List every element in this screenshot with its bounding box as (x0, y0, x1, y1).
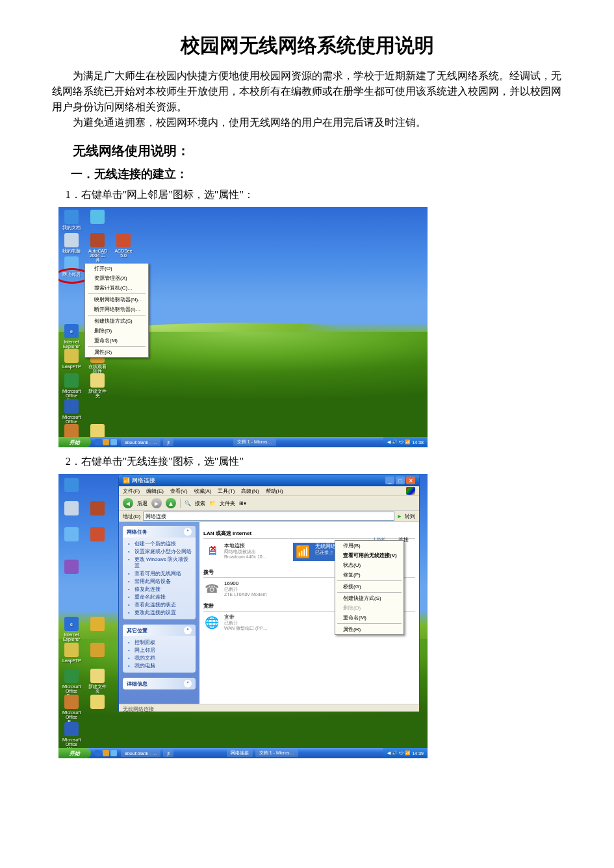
sidebar-link[interactable]: 重命名此连接 (127, 593, 192, 601)
sidebar-link[interactable]: 更改 Windows 防火墙设置 (127, 556, 192, 570)
close-button[interactable]: ✕ (406, 477, 415, 484)
sidebar-link[interactable]: 设置家庭或小型办公网络 (127, 548, 192, 556)
desktop-icon-label: 在线观看软件 (88, 364, 107, 373)
menu-tools[interactable]: 工具(T) (218, 488, 235, 495)
menu-advanced[interactable]: 高级(N) (241, 488, 259, 495)
taskbar-button[interactable]: 文档 1 - Micros… (255, 749, 298, 757)
sidebar-link[interactable]: 禁用此网络设备 (127, 578, 192, 586)
sidebar-link[interactable]: 查看此连接的状态 (127, 601, 192, 609)
desktop-icon-label: 我的电脑 (62, 249, 81, 253)
address-input[interactable] (143, 512, 394, 521)
menu-view[interactable]: 查看(V) (170, 488, 188, 495)
maximize-button[interactable]: □ (396, 477, 405, 484)
step-1-text: 1．右键单击"网上邻居"图标，选"属性"： (52, 188, 562, 202)
menu-item-delete[interactable]: 删除(D) (85, 326, 148, 336)
menu-item-properties[interactable]: 属性(R) (85, 347, 148, 357)
context-menu-wireless[interactable]: 停用(B) 查看可用的无线连接(V) 状态(U) 修复(P) 桥接(G) 创建快… (335, 540, 404, 635)
page-title: 校园网无线网络系统使用说明 (52, 32, 562, 59)
taskbar-button[interactable]: 文档 1 - Micros… (233, 438, 276, 446)
sidebar-link[interactable]: 我的文档 (127, 654, 192, 662)
section-heading: 无线网络使用说明： (52, 142, 562, 160)
sidebar-link[interactable]: 查看可用的无线网络 (127, 570, 192, 578)
sidebar-link[interactable]: 修复此连接 (127, 586, 192, 593)
menu-item-disable[interactable]: 停用(B) (335, 541, 403, 551)
desktop-icon-label: ACDSee 5.0 (114, 249, 132, 258)
up-button[interactable]: ▲ (166, 498, 176, 508)
forward-button[interactable]: ► (151, 498, 162, 508)
subsection-heading-1: 一．无线连接的建立： (52, 166, 562, 182)
sidebar: 网络任务˄ 创建一个新的连接 设置家庭或小型办公网络 更改 Windows 防火… (119, 522, 199, 704)
sidebar-link[interactable]: 控制面板 (127, 639, 192, 647)
taskbar-button[interactable]: jt (163, 438, 173, 446)
system-tray[interactable]: ◀ 🔊 🛡 📶 14:38 (383, 437, 428, 447)
chevron-up-icon[interactable]: ˄ (184, 626, 192, 634)
start-button[interactable]: 开始 (58, 748, 91, 758)
tray-clock: 14:38 (412, 440, 424, 445)
intro-paragraph-2: 为避免通道拥塞，校园网环境内，使用无线网络的用户在用完后请及时注销。 (52, 115, 562, 130)
menu-item-rename[interactable]: 重命名(M) (335, 613, 403, 623)
go-label: 转到 (405, 513, 415, 520)
tray-icon: ◀ (387, 440, 390, 445)
go-icon[interactable]: ► (397, 514, 402, 519)
menu-item-create-shortcut[interactable]: 创建快捷方式(S) (335, 593, 403, 603)
sidebar-link[interactable]: 网上邻居 (127, 647, 192, 654)
broadband-icon: 🌐 (203, 614, 220, 631)
taskbar[interactable]: 开始 about:blank - … jt 网络连接 文档 1 - Micros… (58, 748, 428, 758)
connection-item-lan[interactable]: 🖥✕ 本地连接 网络电缆被拔出 Broadcom 440x 10… (203, 543, 267, 561)
views-icon[interactable]: ⊞▾ (239, 501, 246, 506)
window-titlebar[interactable]: 📶 网络连接 _ □ ✕ (119, 475, 419, 486)
menu-item-open[interactable]: 打开(O) (85, 264, 148, 273)
menu-item-bridge[interactable]: 桥接(G) (335, 582, 403, 591)
step-2-text: 2．右键单击"无线连接"图标，选"属性" (52, 455, 562, 469)
windows-flag-icon (406, 487, 415, 495)
menu-item-rename[interactable]: 重命名(M) (85, 336, 148, 345)
tray-icon: 🔊 (392, 440, 398, 445)
menu-item-repair[interactable]: 修复(P) (335, 570, 403, 580)
menu-item-search-computer[interactable]: 搜索计算机(C)… (85, 283, 148, 293)
context-menu[interactable]: 打开(O) 资源管理器(X) 搜索计算机(C)… 映射网络驱动器(N)… 断开网… (84, 263, 149, 358)
menu-file[interactable]: 文件(F) (123, 488, 140, 495)
menu-bar[interactable]: 文件(F) 编辑(E) 查看(V) 收藏(A) 工具(T) 高级(N) 帮助(H… (119, 486, 419, 496)
menu-favorites[interactable]: 收藏(A) (194, 488, 212, 495)
address-label: 地址(D) (123, 513, 140, 520)
menu-item-view-wireless[interactable]: 查看可用的无线连接(V) (335, 551, 403, 560)
desktop-icon-label: AutoCAD 2004 工具 (88, 249, 107, 262)
chevron-down-icon[interactable]: ˅ (184, 680, 192, 688)
menu-item-status[interactable]: 状态(U) (335, 560, 403, 570)
menu-item-explorer[interactable]: 资源管理器(X) (85, 273, 148, 283)
minimize-button[interactable]: _ (385, 477, 394, 484)
system-tray[interactable]: ◀ 🔊 🛡 📶 14:39 (383, 748, 428, 758)
menu-item-create-shortcut[interactable]: 创建快捷方式(S) (85, 316, 148, 326)
modem-icon: ☎ (203, 580, 220, 597)
menu-edit[interactable]: 编辑(E) (146, 488, 164, 495)
address-bar[interactable]: 地址(D) ► 转到 (119, 511, 419, 522)
taskbar-button[interactable]: 网络连接 (227, 749, 253, 757)
sidebar-link[interactable]: 创建一个新的连接 (127, 540, 192, 548)
taskbar-button[interactable]: about:blank - … (121, 438, 160, 446)
search-icon[interactable]: 🔍 (185, 501, 191, 506)
sidebar-link[interactable]: 我的电脑 (127, 662, 192, 670)
desktop-icon-label: 我的文档 (62, 225, 81, 230)
menu-item-map-drive[interactable]: 映射网络驱动器(N)… (85, 295, 148, 304)
menu-item-properties[interactable]: 属性(R) (335, 625, 403, 634)
menu-help[interactable]: 帮助(H) (266, 488, 283, 495)
sidebar-panel-details: 详细信息˅ (123, 678, 196, 689)
folders-icon[interactable]: 📁 (209, 501, 216, 506)
back-button[interactable]: ◄ (123, 498, 133, 508)
toolbar[interactable]: ◄ 后退 ► ▲ 🔍搜索 📁文件夹 ⊞▾ (119, 496, 419, 511)
window-title: 网络连接 (132, 477, 155, 485)
start-button[interactable]: 开始 (58, 437, 91, 447)
taskbar-button[interactable]: jt (163, 749, 173, 757)
sidebar-link[interactable]: 更改此连接的设置 (127, 609, 192, 617)
menu-item-disconnect-drive[interactable]: 断开网络驱动器(I)… (85, 304, 148, 314)
tray-icon: 📶 (405, 750, 411, 756)
desktop-icon-label: Internet Explorer (63, 340, 80, 349)
intro-paragraph-1: 为满足广大师生在校园内快捷方便地使用校园网资源的需求，学校于近期新建了无线网络系… (52, 68, 562, 115)
tray-icon: 🛡 (399, 440, 403, 445)
chevron-up-icon[interactable]: ˄ (184, 528, 192, 536)
sidebar-panel-tasks: 网络任务˄ 创建一个新的连接 设置家庭或小型办公网络 更改 Windows 防火… (123, 526, 196, 619)
desktop-icon-label: LeapFTP (62, 364, 81, 369)
taskbar-button[interactable]: about:blank - … (121, 749, 160, 757)
sidebar-panel-places: 其它位置˄ 控制面板 网上邻居 我的文档 我的电脑 (123, 625, 196, 673)
taskbar[interactable]: 开始 about:blank - … jt 文档 1 - Micros… ◀ 🔊… (58, 437, 428, 447)
